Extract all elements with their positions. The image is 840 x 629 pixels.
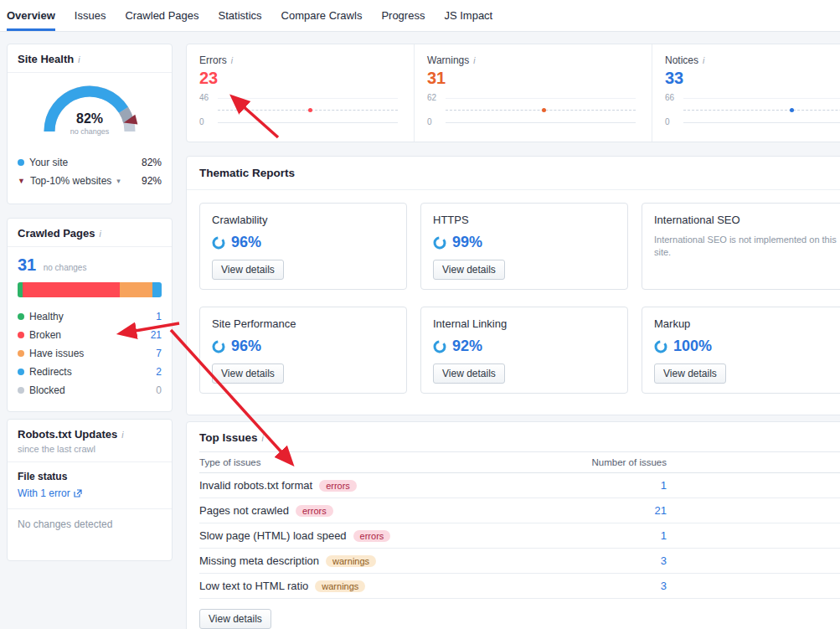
gridline [446,98,636,99]
score-ring-icon [212,340,225,353]
legend-blocked: Blocked 0 [18,381,162,400]
tab-statistics[interactable]: Statistics [219,0,262,31]
robots-updates-card: Robots.txt Updates i since the last craw… [7,419,173,561]
errors-data-point[interactable] [308,108,312,112]
legend-redirects: Redirects 2 [18,363,162,381]
issue-count-link[interactable]: 3 [199,554,667,567]
info-icon[interactable]: i [121,431,123,440]
issue-count-link[interactable]: 1 [199,479,667,492]
thematic-reports-card: Thematic Reports Crawlability 96% View d… [186,156,840,415]
view-details-button[interactable]: View details [212,260,284,280]
axis-max-label: 46 [199,93,214,102]
axis-min-label: 0 [199,117,214,126]
view-details-button[interactable]: View details [433,260,505,280]
file-status-error-link[interactable]: With 1 error [18,487,162,499]
tile-label: Internal Linking [433,317,616,330]
robots-title: Robots.txt Updates [18,428,117,441]
external-link-icon [74,489,82,498]
orange-dot-icon [18,350,24,357]
redirects-count-link[interactable]: 2 [156,366,162,378]
tile-label: Markup [654,317,837,330]
top-issues-title: Top Issues [199,431,258,444]
legend-label: Top-10% websites [30,175,111,187]
tile-international-seo: International SEO International SEO is n… [642,203,840,290]
issues-metrics-card: Errors i 23 46 0 Warnings i 31 62 0 [186,44,840,142]
warnings-value[interactable]: 31 [427,69,639,88]
warnings-metric: Warnings i 31 62 0 [415,44,652,142]
tab-js-impact[interactable]: JS Impact [444,0,492,31]
info-icon[interactable]: i [703,56,704,65]
gridline [218,122,398,123]
table-row: Missing meta description warnings 3 [199,549,840,574]
view-details-button[interactable]: View details [433,363,505,384]
legend-label: Broken [29,329,61,341]
errors-value[interactable]: 23 [199,69,401,88]
have-issues-count-link[interactable]: 7 [156,348,162,359]
tile-label: Site Performance [212,317,394,330]
broken-count-link[interactable]: 21 [151,329,162,341]
legend-label: Healthy [29,311,64,322]
score-ring-icon [654,340,667,353]
robots-subtitle: since the last crawl [18,444,162,454]
bar-segment-have-issues[interactable] [120,282,152,297]
tile-score-value: 96% [231,234,261,251]
notices-sparkline: 66 0 [665,93,840,126]
crawled-pages-title: Crawled Pages [18,227,95,240]
bar-segment-redirects[interactable] [152,282,162,297]
score-ring-icon [433,236,446,250]
info-icon[interactable]: i [100,229,101,239]
legend-value: 92% [142,175,162,187]
crawled-pages-stacked-bar[interactable] [18,282,162,297]
score-ring-icon [433,340,446,353]
issue-count-link[interactable]: 3 [199,580,667,592]
table-row: Slow page (HTML) load speed errors 1 [199,523,840,549]
legend-value: 82% [142,157,162,168]
legend-top10-websites[interactable]: ▼ Top-10% websites ▾ 92% [18,172,162,190]
legend-label: Have issues [29,348,84,359]
gridline [446,122,636,123]
notices-data-point[interactable] [790,108,794,112]
chevron-down-icon[interactable]: ▾ [116,177,121,185]
notices-metric: Notices i 33 66 0 [652,44,840,142]
view-details-button[interactable]: View details [199,609,271,629]
tile-site-performance: Site Performance 96% View details [199,307,407,394]
tab-crawled-pages[interactable]: Crawled Pages [125,0,198,31]
crawled-pages-count: 31 [18,255,36,274]
tile-label: International SEO [654,214,837,226]
healthy-count-link[interactable]: 1 [156,311,162,322]
bar-segment-broken[interactable] [23,282,121,297]
view-details-button[interactable]: View details [654,363,726,384]
tab-compare-crawls[interactable]: Compare Crawls [281,0,363,31]
no-changes-note: No changes detected [18,518,162,530]
warnings-data-point[interactable] [542,108,546,112]
benchmark-triangle-icon: ▼ [18,178,25,185]
tile-score-value: 96% [231,338,261,355]
file-status-label: File status [18,471,162,482]
gray-dot-icon [18,387,24,394]
axis-max-label: 66 [665,93,680,102]
crawled-pages-change: no changes [44,263,87,272]
tab-overview[interactable]: Overview [7,0,55,31]
notices-value[interactable]: 33 [665,69,840,88]
site-health-gauge: 82% no changes [34,78,145,150]
info-icon[interactable]: i [473,56,475,65]
info-icon[interactable]: i [231,56,233,65]
errors-label: Errors [199,54,227,66]
issue-count-link[interactable]: 1 [199,529,667,542]
tab-issues[interactable]: Issues [75,0,106,31]
notices-label: Notices [665,54,698,66]
info-icon[interactable]: i [262,434,264,443]
view-details-button[interactable]: View details [212,363,284,384]
crawled-pages-card: Crawled Pages i 31 no changes Healthy 1 [7,218,173,412]
legend-your-site: Your site 82% [18,153,162,172]
warnings-label: Warnings [427,54,469,66]
info-icon[interactable]: i [78,55,80,64]
tab-progress[interactable]: Progress [381,0,425,31]
value-line [683,110,840,111]
table-header-row: Type of issues Number of issues [199,451,840,473]
tile-score-value: 92% [452,338,482,355]
table-row: Invalid robots.txt format errors 1 [199,473,840,498]
tile-score-value: 99% [452,234,482,251]
issue-count-link[interactable]: 21 [199,504,667,517]
errors-sparkline: 46 0 [199,93,401,126]
